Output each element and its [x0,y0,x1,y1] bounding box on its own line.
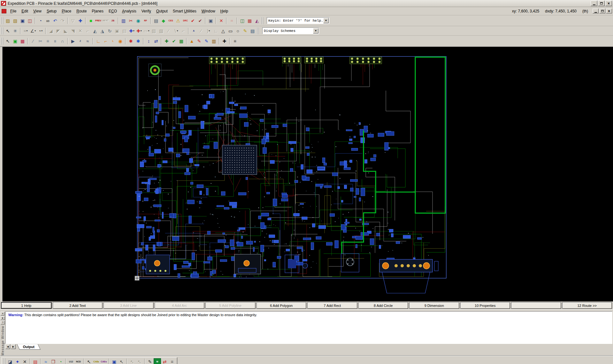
menu-output[interactable]: Output [154,8,170,14]
flip-vertical-icon[interactable]: ◮ [99,27,106,34]
menu-file[interactable]: File [8,8,19,14]
dropdown-arrow-icon[interactable]: ▾ [209,29,210,32]
plane-edit-icon[interactable]: ▥ [210,38,218,45]
find-icon[interactable]: ∞ [44,17,51,24]
dynamic-route-icon[interactable]: Z [77,38,84,45]
pointer-icon[interactable]: ↖ [118,358,125,364]
dwr-check-icon[interactable]: ✔ [170,38,178,45]
toolbar-grip[interactable] [1,38,3,45]
display-schemes-combobox[interactable]: Display Schemes ▼ [262,27,319,34]
toolbar-grip[interactable] [1,17,3,24]
fnkey-2-add-text[interactable]: 2 Add Text [53,302,103,309]
menu-analysis[interactable]: Analysis [119,8,139,14]
crosshair-icon[interactable]: ✚ [221,38,228,45]
via-place-icon[interactable]: ◉ [117,38,124,45]
prev-icon[interactable]: PREV [95,17,102,24]
message-help-button[interactable]: ? [1,321,5,324]
document-icon[interactable] [2,9,6,13]
menu-view[interactable]: View [31,8,44,14]
net-properties-icon[interactable]: ▣ [11,38,19,45]
constraints-icon[interactable]: ◆ [160,17,167,24]
grid-snap-icon[interactable]: :::▾ [22,27,29,34]
display-schemes-value[interactable]: Display Schemes [263,29,313,33]
rf-mode-icon[interactable]: RF [142,17,149,24]
reroute-icon[interactable]: ≈ [84,38,91,45]
macro-icon[interactable]: M [154,358,161,364]
new-folder-icon[interactable]: ▧ [11,17,19,24]
undo-icon[interactable]: ↶ [51,17,59,24]
radius-mode-icon[interactable]: ◔▾ [37,27,44,34]
expand-connections-icon[interactable]: ✚ [163,38,170,45]
save-session-icon[interactable]: ◪ [6,358,14,364]
layer-pair-icon[interactable]: ↕ [145,38,152,45]
u12-format-icon[interactable]: U12 [67,358,75,364]
menu-help[interactable]: Help [218,8,231,14]
dropdown-arrow-icon[interactable]: ▾ [34,29,36,32]
fnkey-12-route[interactable]: 12 Route >> [562,302,612,309]
mdi-close-button[interactable]: × [606,9,612,13]
message-detach-button[interactable]: ▸ [1,316,5,320]
delete-icon[interactable]: ✕ [218,17,225,24]
netline-control-icon[interactable]: ◭ [253,17,261,24]
bga-chip[interactable] [222,145,257,175]
select-mode-icon[interactable]: ↖ [4,27,11,34]
display-schemes-dropdown-icon[interactable]: ▼ [313,28,318,33]
dropdown-arrow-icon[interactable]: ▾ [133,29,134,32]
dropdown-arrow-icon[interactable]: ▾ [148,29,149,32]
dropdown-arrow-icon[interactable]: ▾ [41,29,42,32]
copy-buffer-icon[interactable]: ▣ [207,17,214,24]
unfix-icon[interactable]: ✱ [134,38,142,45]
hazards-icon[interactable]: ▲ [188,38,195,45]
add-text-icon[interactable]: A [190,27,197,34]
minimize-button[interactable] [591,1,597,6]
fnkey-7-add-rect[interactable]: 7 Add Rect [307,302,357,309]
escape-route-icon[interactable]: ⌐ [102,38,109,45]
dff-check-icon[interactable]: ✔ [196,17,204,24]
edit-trace-blue-icon[interactable]: ✎ [203,38,210,45]
fnkey-6-add-polygon[interactable]: 6 Add Polygon [257,302,307,309]
actives-pin-icon[interactable]: ✦ [14,358,21,364]
display-control-icon[interactable]: ▩ [246,17,253,24]
fnkey-blank-11[interactable] [511,302,561,309]
menu-edit[interactable]: Edit [19,8,31,14]
move-icon[interactable]: ✚▾ [128,27,135,34]
tab-scroll-right-button[interactable]: ▶ [11,344,16,349]
fix-icon[interactable]: ✱ [127,38,134,45]
add-circle-icon[interactable]: ○ [234,27,241,34]
log-document-icon[interactable]: ▤ [32,358,39,364]
fnkey-1-help[interactable]: 1 Help [1,302,52,309]
find-notes-icon[interactable]: ✎ [146,358,154,364]
net-edit-icon[interactable]: ✂ [127,17,134,24]
keyin-value[interactable]: Keyin: Enter '?' for help. [267,19,323,23]
layer-stack-icon[interactable]: ▥ [120,17,127,24]
dropdown-arrow-icon[interactable]: ▾ [141,29,142,32]
message-close-button[interactable]: x [1,312,5,316]
menu-place[interactable]: Place [59,8,74,14]
window-select-icon[interactable]: ▣ [111,358,118,364]
plow-icon[interactable]: ▶ [69,38,77,45]
add-member-icon[interactable]: ✚ [77,17,84,24]
origin-grid-icon[interactable]: ::: [228,17,235,24]
move-ref-icon[interactable]: ✚▾ [135,27,143,34]
pcb-canvas[interactable] [3,47,613,301]
polygon-select-icon[interactable]: ✳ [11,27,19,34]
menu-planes[interactable]: Planes [89,8,106,14]
spoke-icon[interactable]: L [109,38,117,45]
toolbar-grip[interactable] [3,358,5,364]
jumper-icon[interactable]: ∩ [59,38,66,45]
ces-icon[interactable]: CES [167,17,174,24]
pin-header-connector[interactable] [305,57,323,63]
remove-probe-icon[interactable]: ✕ [21,358,28,364]
restore-button[interactable] [598,1,605,6]
align-traces-icon[interactable]: ≡ [44,38,51,45]
menu-window[interactable]: Window [199,8,218,14]
add-rect-icon[interactable]: ▭ [227,27,234,34]
menu-smart-utilities[interactable]: Smart Utilities [170,8,199,14]
open-icon[interactable]: ▨ [4,17,11,24]
toolbar-grip[interactable] [261,17,263,24]
drc-check-icon[interactable]: ✔ [189,17,196,24]
dropdown-arrow-icon[interactable]: ▾ [177,29,178,32]
distribute-icon[interactable]: ||| [51,38,59,45]
print-preview-icon[interactable]: ◔ [37,17,44,24]
world-view-icon[interactable]: ◉ [134,17,142,24]
